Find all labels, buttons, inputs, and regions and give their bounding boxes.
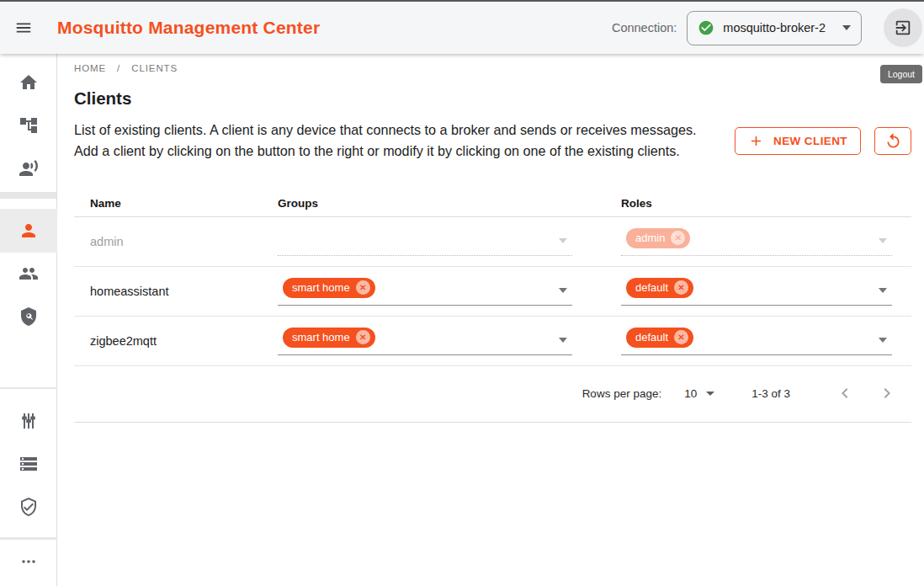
record-voice-icon bbox=[19, 158, 39, 178]
person-icon bbox=[19, 221, 39, 241]
client-name: zigbee2mqtt bbox=[74, 334, 278, 348]
rows-per-page-select[interactable]: 10 bbox=[684, 387, 714, 400]
sidebar-item-more[interactable] bbox=[0, 540, 57, 583]
breadcrumb: HOME / CLIENTS bbox=[74, 63, 911, 73]
table-row-admin[interactable]: adminadmin✕ bbox=[74, 217, 911, 267]
breadcrumb-current: CLIENTS bbox=[131, 63, 178, 73]
sidebar-item-clients[interactable] bbox=[0, 209, 57, 253]
rows-per-page-value: 10 bbox=[684, 387, 697, 400]
previous-page-button[interactable] bbox=[834, 383, 856, 405]
breadcrumb-separator: / bbox=[117, 63, 120, 73]
hamburger-icon bbox=[14, 19, 33, 37]
chip-delete-icon[interactable]: ✕ bbox=[356, 330, 370, 344]
chip-delete-icon[interactable]: ✕ bbox=[674, 280, 688, 295]
policy-icon bbox=[19, 306, 39, 327]
column-header-roles: Roles bbox=[621, 197, 911, 210]
pagination: Rows per page: 10 1-3 of 3 bbox=[74, 366, 911, 423]
column-header-name: Name bbox=[74, 197, 278, 210]
logout-tooltip: Logout bbox=[880, 65, 922, 83]
roles-select[interactable]: default✕ bbox=[621, 277, 892, 306]
more-icon bbox=[19, 551, 39, 572]
chevron-down-icon bbox=[559, 338, 567, 343]
chip-label: default bbox=[635, 281, 668, 294]
roles-select[interactable]: default✕ bbox=[621, 327, 892, 355]
chevron-down-icon bbox=[559, 288, 567, 293]
chip[interactable]: admin✕ bbox=[626, 228, 690, 248]
app-bar: Mosquitto Management Center Connection: … bbox=[0, 0, 924, 54]
chip-label: default bbox=[635, 331, 668, 344]
groups-select[interactable] bbox=[278, 227, 572, 256]
refresh-icon bbox=[884, 132, 902, 150]
check-circle-icon bbox=[698, 19, 714, 36]
sidebar-divider bbox=[0, 192, 56, 199]
chevron-down-icon bbox=[879, 288, 887, 293]
breadcrumb-home-link[interactable]: HOME bbox=[74, 63, 106, 73]
connection-select[interactable]: mosquitto-broker-2 bbox=[687, 11, 862, 45]
page-description: List of existing clients. A client is an… bbox=[74, 120, 712, 162]
sidebar-divider bbox=[0, 537, 56, 540]
next-page-button[interactable] bbox=[876, 383, 898, 405]
groups-select[interactable]: smart home✕ bbox=[278, 277, 572, 306]
groups-select[interactable]: smart home✕ bbox=[278, 327, 572, 355]
chip[interactable]: default✕ bbox=[626, 278, 693, 298]
chip-label: smart home bbox=[292, 331, 350, 344]
client-name: homeassistant bbox=[74, 285, 278, 298]
topology-icon bbox=[19, 115, 39, 136]
sidebar-item-security[interactable] bbox=[0, 485, 57, 529]
people-icon bbox=[19, 264, 39, 284]
chip-delete-icon[interactable]: ✕ bbox=[671, 231, 685, 245]
sidebar-item-streams[interactable] bbox=[0, 442, 57, 486]
chip-label: smart home bbox=[292, 281, 350, 294]
sidebar-item-roles[interactable] bbox=[0, 295, 57, 338]
pagination-range: 1-3 of 3 bbox=[751, 387, 790, 400]
table-header: Name Groups Roles bbox=[74, 190, 911, 217]
rows-per-page-label: Rows per page: bbox=[582, 387, 662, 400]
sidebar-item-plugins[interactable] bbox=[0, 399, 57, 443]
connection-value: mosquitto-broker-2 bbox=[723, 21, 826, 35]
main-content: HOME / CLIENTS Clients List of existing … bbox=[57, 54, 924, 586]
column-header-groups: Groups bbox=[278, 197, 621, 210]
logout-button[interactable] bbox=[884, 8, 922, 47]
sidebar-item-topology[interactable] bbox=[0, 104, 57, 147]
chip-delete-icon[interactable]: ✕ bbox=[356, 280, 370, 295]
chevron-left-icon bbox=[835, 383, 855, 403]
client-name: admin bbox=[74, 235, 278, 248]
chevron-right-icon bbox=[877, 383, 897, 403]
chip-label: admin bbox=[635, 232, 665, 244]
sidebar bbox=[0, 54, 57, 586]
menu-button[interactable] bbox=[5, 9, 42, 46]
new-client-button[interactable]: NEW CLIENT bbox=[735, 127, 861, 155]
connection-label: Connection: bbox=[612, 21, 677, 35]
chevron-down-icon bbox=[879, 238, 887, 243]
sidebar-item-broker[interactable] bbox=[0, 146, 57, 190]
refresh-button[interactable] bbox=[874, 127, 911, 155]
table-row-zigbee2mqtt[interactable]: zigbee2mqttsmart home✕default✕ bbox=[74, 317, 911, 366]
chevron-down-icon bbox=[842, 25, 851, 30]
logout-icon bbox=[894, 19, 912, 37]
storage-icon bbox=[19, 454, 39, 474]
chip[interactable]: default✕ bbox=[626, 328, 693, 348]
sidebar-divider bbox=[0, 387, 56, 389]
sidebar-item-home[interactable] bbox=[0, 61, 57, 104]
clients-table: Name Groups Roles adminadmin✕homeassista… bbox=[74, 190, 911, 423]
chevron-down-icon bbox=[879, 338, 887, 343]
chip[interactable]: smart home✕ bbox=[283, 328, 375, 348]
chip-delete-icon[interactable]: ✕ bbox=[674, 330, 688, 344]
roles-select[interactable]: admin✕ bbox=[621, 227, 892, 256]
chevron-down-icon bbox=[559, 238, 567, 243]
home-icon bbox=[19, 72, 39, 93]
app-title: Mosquitto Management Center bbox=[57, 18, 320, 38]
chip[interactable]: smart home✕ bbox=[283, 278, 375, 298]
table-row-homeassistant[interactable]: homeassistantsmart home✕default✕ bbox=[74, 267, 911, 317]
tune-icon bbox=[19, 411, 39, 431]
new-client-label: NEW CLIENT bbox=[773, 135, 847, 147]
plus-icon bbox=[748, 133, 764, 149]
shield-check-icon bbox=[19, 497, 39, 517]
sidebar-item-groups[interactable] bbox=[0, 252, 57, 296]
chevron-down-icon bbox=[706, 392, 714, 396]
page-title: Clients bbox=[74, 88, 911, 109]
